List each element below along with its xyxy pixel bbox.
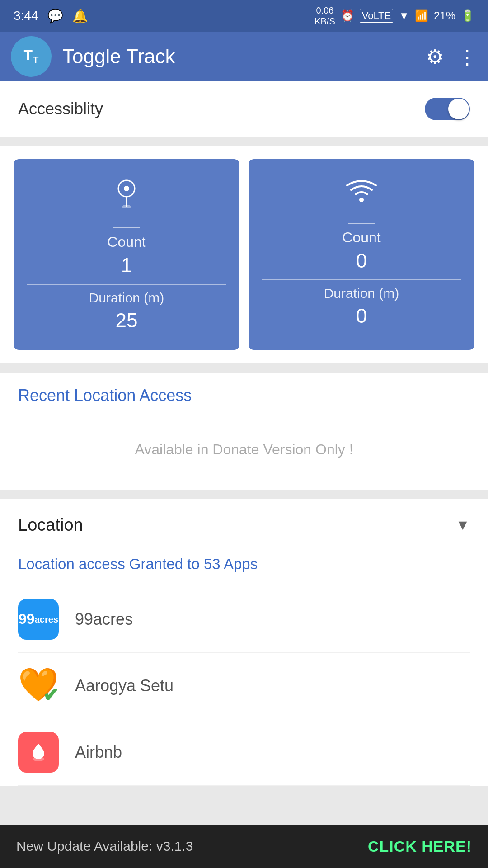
wifi-count-label: Count bbox=[342, 229, 380, 246]
click-here-button[interactable]: CLICK HERE! bbox=[368, 838, 472, 855]
stats-grid: Count 1 Duration (m) 25 Count 0 Duration bbox=[14, 159, 474, 350]
settings-icon[interactable]: ⚙ bbox=[426, 45, 444, 68]
wifi-icon: ▼ bbox=[399, 9, 409, 22]
signal-icon: 📶 bbox=[415, 9, 428, 22]
heart-check-icon: 🧡 ✔ bbox=[18, 665, 59, 706]
alarm-icon: ⏰ bbox=[341, 9, 354, 22]
app-title: Toggle Track bbox=[62, 45, 426, 68]
app-name-aarogya: Aarogya Setu bbox=[75, 676, 174, 695]
svg-point-1 bbox=[124, 186, 129, 191]
location-count-value: 1 bbox=[121, 254, 132, 277]
battery-icon: 🔋 bbox=[461, 9, 474, 22]
volte-icon: VoLTE bbox=[360, 9, 393, 23]
svg-point-3 bbox=[359, 198, 364, 202]
app-name-99acres: 99acres bbox=[75, 610, 133, 629]
recent-location-card: Recent Location Access Available in Dona… bbox=[0, 373, 488, 490]
location-granted-text[interactable]: Location access Granted to 53 Apps bbox=[0, 551, 488, 586]
location-stat-card: Count 1 Duration (m) 25 bbox=[14, 159, 239, 350]
wifi-stat-card: Count 0 Duration (m) 0 bbox=[249, 159, 474, 350]
wifi-count-value: 0 bbox=[356, 250, 367, 272]
update-text: New Update Available: v3.1.3 bbox=[16, 839, 193, 854]
list-item[interactable]: 🧡 ✔ Aarogya Setu bbox=[18, 653, 470, 719]
app-list: 99acres 99acres 🧡 ✔ Aarogya Setu Airbn bbox=[0, 586, 488, 786]
toggle-knob bbox=[448, 99, 469, 119]
location-duration-label: Duration (m) bbox=[89, 290, 164, 306]
notification-icon: 🔔 bbox=[72, 9, 88, 24]
wifi-divider2 bbox=[262, 279, 461, 280]
check-icon: ✔ bbox=[43, 684, 59, 706]
app-bar: TT Toggle Track ⚙ ⋮ bbox=[0, 32, 488, 81]
status-time: 3:44 bbox=[14, 9, 38, 23]
location-dropdown-label: Location bbox=[18, 515, 83, 535]
stats-container: Count 1 Duration (m) 25 Count 0 Duration bbox=[0, 146, 488, 363]
accessibility-toggle[interactable] bbox=[425, 98, 470, 120]
location-stat-icon bbox=[113, 177, 140, 215]
wifi-divider1 bbox=[348, 223, 375, 224]
list-item[interactable]: Airbnb bbox=[18, 719, 470, 786]
app-icon-99acres: 99acres bbox=[18, 599, 59, 640]
wifi-stat-icon bbox=[346, 177, 377, 210]
location-divider1 bbox=[113, 227, 140, 228]
status-left: 3:44 💬 🔔 bbox=[14, 9, 88, 24]
location-divider2 bbox=[27, 284, 226, 285]
accessibility-label: Accessiblity bbox=[18, 99, 103, 118]
wifi-duration-value: 0 bbox=[356, 305, 367, 327]
recent-location-title: Recent Location Access bbox=[18, 386, 470, 405]
location-dropdown-header[interactable]: Location ▼ bbox=[0, 499, 488, 551]
app-icon-airbnb bbox=[18, 732, 59, 773]
status-bar: 3:44 💬 🔔 0.06KB/S ⏰ VoLTE ▼ 📶 21% 🔋 bbox=[0, 0, 488, 32]
app-icon-aarogya: 🧡 ✔ bbox=[18, 665, 59, 706]
svg-point-4 bbox=[33, 757, 44, 761]
chevron-down-icon: ▼ bbox=[455, 517, 470, 533]
location-count-label: Count bbox=[107, 234, 145, 250]
location-duration-value: 25 bbox=[116, 309, 138, 332]
accessibility-card: Accessiblity bbox=[0, 81, 488, 137]
app-logo: TT bbox=[11, 36, 52, 77]
network-speed: 0.06KB/S bbox=[314, 5, 335, 27]
status-right: 0.06KB/S ⏰ VoLTE ▼ 📶 21% 🔋 bbox=[314, 5, 474, 27]
wifi-duration-label: Duration (m) bbox=[324, 286, 399, 301]
location-dropdown-card: Location ▼ Location access Granted to 53… bbox=[0, 499, 488, 786]
app-logo-text: TT bbox=[24, 47, 39, 66]
app-bar-actions: ⚙ ⋮ bbox=[426, 45, 477, 68]
svg-point-2 bbox=[122, 205, 131, 208]
battery-text: 21% bbox=[434, 9, 455, 22]
bottom-bar: New Update Available: v3.1.3 CLICK HERE! bbox=[0, 825, 488, 868]
more-options-icon[interactable]: ⋮ bbox=[457, 45, 477, 68]
list-item[interactable]: 99acres 99acres bbox=[18, 586, 470, 653]
whatsapp-icon: 💬 bbox=[47, 9, 63, 24]
app-name-airbnb: Airbnb bbox=[75, 743, 122, 762]
donate-message: Available in Donate Version Only ! bbox=[18, 423, 470, 476]
